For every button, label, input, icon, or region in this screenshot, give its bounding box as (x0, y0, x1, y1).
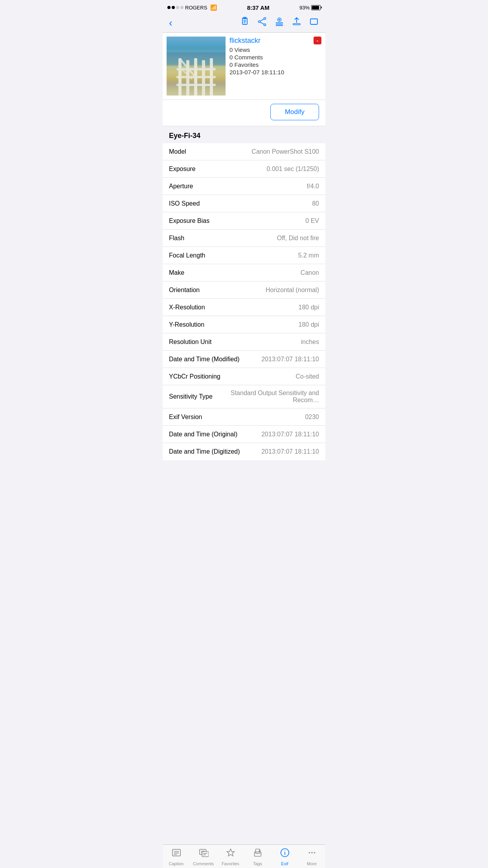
carrier-label: ROGERS (185, 5, 207, 11)
exif-label: Flash (169, 235, 184, 242)
exif-label: Exposure (169, 166, 196, 173)
exif-label: Date and Time (Digitized) (169, 448, 240, 455)
exif-value: Horizontal (normal) (203, 287, 319, 294)
red-badge: - (314, 37, 321, 44)
upload-icon[interactable] (292, 17, 302, 29)
favorites-count: 0 Favorites (229, 61, 321, 68)
wifi-icon: 📶 (210, 4, 217, 11)
photo-info-section: flickstackr - 0 Views 0 Comments 0 Favor… (163, 33, 325, 100)
exif-value: Co-sited (224, 373, 319, 380)
list-add-icon[interactable] (274, 17, 284, 29)
exif-row: Y-Resolution 180 dpi (163, 316, 325, 333)
exif-row: Aperture f/4.0 (163, 178, 325, 195)
exif-label: Aperture (169, 183, 193, 190)
exif-value: 0 EV (213, 217, 319, 224)
fence-svg (167, 37, 226, 96)
clipboard-svg (240, 17, 250, 27)
exif-value: 2013:07:07 18:11:10 (243, 448, 319, 455)
exif-label: Exposure Bias (169, 217, 209, 224)
exif-row: Flash Off, Did not fire (163, 230, 325, 247)
exif-value: 0.001 sec (1/1250) (199, 166, 319, 173)
exif-row: Exposure Bias 0 EV (163, 212, 325, 230)
exif-value: 80 (203, 200, 319, 207)
exif-row: Date and Time (Original) 2013:07:07 18:1… (163, 426, 325, 443)
exif-row: Orientation Horizontal (normal) (163, 281, 325, 299)
exif-label: Exif Version (169, 414, 202, 421)
exif-value: Off, Did not fire (187, 235, 319, 242)
exif-row: ISO Speed 80 (163, 195, 325, 212)
exif-value: Standard Output Sensitivity and Recom… (216, 390, 319, 404)
exif-value: 2013:07:07 18:11:10 (243, 356, 319, 363)
battery-percent: 93% (299, 5, 310, 11)
upload-svg (292, 17, 302, 27)
svg-rect-28 (176, 84, 216, 86)
svg-point-5 (264, 18, 266, 20)
status-right: 93% (299, 5, 321, 11)
exif-label: Make (169, 269, 184, 276)
exif-row: X-Resolution 180 dpi (163, 299, 325, 316)
svg-rect-18 (310, 19, 317, 24)
window-svg (309, 17, 319, 27)
exif-row: Resolution Unit inches (163, 333, 325, 351)
svg-rect-16 (293, 24, 300, 25)
exif-row: Make Canon (163, 264, 325, 281)
exif-label: Sensitivity Type (169, 393, 213, 400)
views-count: 0 Views (229, 46, 321, 53)
modify-button-row: Modify (163, 100, 325, 126)
exif-value: inches (215, 338, 319, 346)
exif-row: Exposure 0.001 sec (1/1250) (163, 160, 325, 178)
section-title: Eye-Fi-34 (163, 126, 325, 143)
status-left: ROGERS 📶 (167, 4, 217, 11)
comments-count: 0 Comments (229, 54, 321, 61)
exif-table: Model Canon PowerShot S100 Exposure 0.00… (163, 143, 325, 460)
exif-label: Orientation (169, 287, 200, 294)
exif-label: X-Resolution (169, 304, 205, 311)
exif-value: 2013:07:07 18:11:10 (240, 431, 319, 438)
exif-label: Y-Resolution (169, 321, 204, 328)
exif-label: Model (169, 148, 186, 155)
nav-actions (240, 17, 319, 29)
exif-row: Focal Length 5.2 mm (163, 247, 325, 264)
exif-label: Resolution Unit (169, 338, 212, 346)
svg-point-6 (259, 21, 261, 23)
exif-label: ISO Speed (169, 200, 200, 207)
exif-value: Canon PowerShot S100 (189, 148, 319, 155)
signal-dots (167, 6, 183, 9)
exif-row: YCbCr Positioning Co-sited (163, 368, 325, 385)
svg-line-9 (261, 22, 264, 24)
exif-row: Exif Version 0230 (163, 408, 325, 426)
photo-username: flickstackr (229, 37, 261, 45)
exif-label: Date and Time (Original) (169, 431, 237, 438)
svg-line-8 (261, 19, 264, 21)
exif-label: Focal Length (169, 252, 205, 259)
exif-value: 0230 (205, 414, 319, 421)
exif-value: 180 dpi (208, 304, 319, 311)
photo-thumbnail[interactable] (167, 37, 226, 96)
exif-row: Date and Time (Digitized) 2013:07:07 18:… (163, 443, 325, 460)
exif-value: 5.2 mm (209, 252, 319, 259)
exif-value: 180 dpi (207, 321, 319, 328)
photo-date: 2013-07-07 18:11:10 (229, 69, 321, 75)
exif-row: Sensitivity Type Standard Output Sensiti… (163, 385, 325, 408)
photo-metadata: flickstackr - 0 Views 0 Comments 0 Favor… (229, 37, 321, 96)
battery-icon (311, 5, 321, 10)
share-icon[interactable] (257, 17, 267, 29)
nav-bar: ‹ (163, 14, 325, 33)
exif-value: f/4.0 (196, 183, 319, 190)
exif-row: Date and Time (Modified) 2013:07:07 18:1… (163, 351, 325, 368)
modify-button[interactable]: Modify (270, 104, 319, 120)
list-add-svg (274, 17, 284, 27)
back-button[interactable]: ‹ (169, 18, 172, 28)
window-icon[interactable] (309, 17, 319, 29)
svg-point-7 (264, 24, 266, 26)
exif-value: Canon (187, 269, 319, 276)
exif-label: Date and Time (Modified) (169, 356, 240, 363)
share-svg (257, 17, 267, 27)
status-time: 8:37 AM (247, 4, 270, 11)
clipboard-icon[interactable] (240, 17, 250, 29)
exif-label: YCbCr Positioning (169, 373, 220, 380)
status-bar: ROGERS 📶 8:37 AM 93% (163, 0, 325, 14)
exif-row: Model Canon PowerShot S100 (163, 143, 325, 160)
